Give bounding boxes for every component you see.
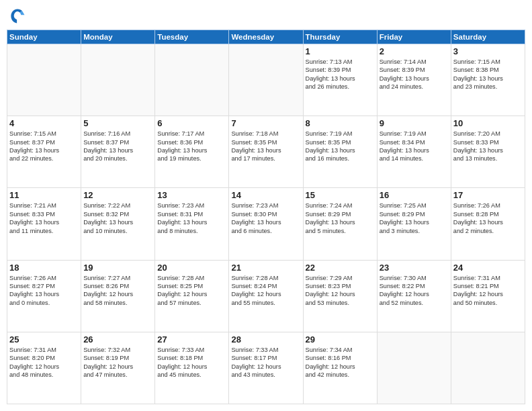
day-info: Sunrise: 7:26 AMSunset: 8:27 PMDaylight:… [9, 274, 79, 308]
day-of-week-header: Friday [377, 30, 451, 44]
day-info: Sunrise: 7:15 AMSunset: 8:38 PMDaylight:… [453, 58, 523, 91]
calendar-cell: 6Sunrise: 7:17 AMSunset: 8:36 PMDaylight… [155, 116, 229, 188]
calendar-cell: 18Sunrise: 7:26 AMSunset: 8:27 PMDayligh… [7, 260, 81, 332]
day-number: 23 [380, 263, 449, 273]
calendar-cell: 13Sunrise: 7:23 AMSunset: 8:31 PMDayligh… [155, 188, 229, 260]
day-number: 9 [380, 118, 449, 128]
day-number: 17 [453, 190, 523, 200]
day-number: 4 [9, 118, 79, 128]
day-number: 27 [157, 334, 226, 345]
page: SundayMondayTuesdayWednesdayThursdayFrid… [0, 0, 532, 411]
calendar-cell: 11Sunrise: 7:21 AMSunset: 8:33 PMDayligh… [7, 188, 81, 260]
day-info: Sunrise: 7:34 AMSunset: 8:16 PMDaylight:… [306, 346, 375, 379]
day-number: 24 [453, 263, 523, 273]
calendar-week-row: 25Sunrise: 7:31 AMSunset: 8:20 PMDayligh… [7, 332, 525, 404]
calendar-cell: 20Sunrise: 7:28 AMSunset: 8:25 PMDayligh… [155, 260, 229, 332]
day-number: 8 [306, 118, 375, 128]
day-info: Sunrise: 7:19 AMSunset: 8:34 PMDaylight:… [380, 130, 449, 163]
day-number: 14 [231, 190, 300, 200]
calendar-cell: 19Sunrise: 7:27 AMSunset: 8:26 PMDayligh… [81, 260, 155, 332]
day-number: 29 [306, 334, 375, 345]
day-info: Sunrise: 7:26 AMSunset: 8:28 PMDaylight:… [453, 201, 523, 235]
calendar-cell: 17Sunrise: 7:26 AMSunset: 8:28 PMDayligh… [451, 188, 525, 260]
day-info: Sunrise: 7:17 AMSunset: 8:36 PMDaylight:… [157, 130, 226, 163]
day-info: Sunrise: 7:20 AMSunset: 8:33 PMDaylight:… [453, 130, 523, 163]
calendar-table: SundayMondayTuesdayWednesdayThursdayFrid… [7, 30, 525, 404]
day-info: Sunrise: 7:22 AMSunset: 8:32 PMDaylight:… [83, 201, 152, 235]
calendar-week-row: 1Sunrise: 7:13 AMSunset: 8:39 PMDaylight… [7, 44, 525, 116]
day-of-week-header: Saturday [451, 30, 525, 44]
calendar-cell: 2Sunrise: 7:14 AMSunset: 8:39 PMDaylight… [377, 44, 451, 116]
calendar-cell: 12Sunrise: 7:22 AMSunset: 8:32 PMDayligh… [81, 188, 155, 260]
day-info: Sunrise: 7:28 AMSunset: 8:25 PMDaylight:… [157, 274, 226, 308]
calendar-cell: 15Sunrise: 7:24 AMSunset: 8:29 PMDayligh… [303, 188, 377, 260]
calendar-cell [155, 44, 229, 116]
day-number: 3 [453, 46, 523, 56]
calendar-cell [451, 332, 525, 404]
calendar-cell: 25Sunrise: 7:31 AMSunset: 8:20 PMDayligh… [7, 332, 81, 404]
day-info: Sunrise: 7:32 AMSunset: 8:19 PMDaylight:… [83, 346, 152, 379]
day-number: 18 [9, 263, 79, 273]
day-number: 11 [9, 190, 79, 200]
logo-icon [8, 7, 27, 26]
day-info: Sunrise: 7:15 AMSunset: 8:37 PMDaylight:… [9, 130, 79, 163]
calendar-week-row: 4Sunrise: 7:15 AMSunset: 8:37 PMDaylight… [7, 116, 525, 188]
calendar-cell: 7Sunrise: 7:18 AMSunset: 8:35 PMDaylight… [229, 116, 303, 188]
day-number: 21 [231, 263, 300, 273]
day-number: 16 [380, 190, 449, 200]
day-of-week-header: Thursday [303, 30, 377, 44]
day-of-week-header: Wednesday [229, 30, 303, 44]
day-info: Sunrise: 7:31 AMSunset: 8:21 PMDaylight:… [453, 274, 523, 308]
day-of-week-header: Sunday [7, 30, 81, 44]
calendar-cell [229, 44, 303, 116]
calendar-cell: 22Sunrise: 7:29 AMSunset: 8:23 PMDayligh… [303, 260, 377, 332]
calendar-cell: 23Sunrise: 7:30 AMSunset: 8:22 PMDayligh… [377, 260, 451, 332]
day-number: 20 [157, 263, 226, 273]
calendar-week-row: 11Sunrise: 7:21 AMSunset: 8:33 PMDayligh… [7, 188, 525, 260]
day-number: 15 [306, 190, 375, 200]
day-number: 19 [83, 263, 152, 273]
calendar-header-row: SundayMondayTuesdayWednesdayThursdayFrid… [7, 30, 525, 44]
calendar-cell: 29Sunrise: 7:34 AMSunset: 8:16 PMDayligh… [303, 332, 377, 404]
calendar-cell: 5Sunrise: 7:16 AMSunset: 8:37 PMDaylight… [81, 116, 155, 188]
day-number: 2 [380, 46, 449, 56]
calendar-cell: 21Sunrise: 7:28 AMSunset: 8:24 PMDayligh… [229, 260, 303, 332]
calendar-cell: 26Sunrise: 7:32 AMSunset: 8:19 PMDayligh… [81, 332, 155, 404]
calendar-cell: 24Sunrise: 7:31 AMSunset: 8:21 PMDayligh… [451, 260, 525, 332]
day-info: Sunrise: 7:19 AMSunset: 8:35 PMDaylight:… [306, 130, 375, 163]
day-info: Sunrise: 7:27 AMSunset: 8:26 PMDaylight:… [83, 274, 152, 308]
calendar-cell: 9Sunrise: 7:19 AMSunset: 8:34 PMDaylight… [377, 116, 451, 188]
calendar-cell: 16Sunrise: 7:25 AMSunset: 8:29 PMDayligh… [377, 188, 451, 260]
calendar-cell [7, 44, 81, 116]
day-info: Sunrise: 7:23 AMSunset: 8:30 PMDaylight:… [231, 201, 300, 235]
day-number: 10 [453, 118, 523, 128]
day-info: Sunrise: 7:33 AMSunset: 8:17 PMDaylight:… [231, 346, 300, 379]
calendar-cell [81, 44, 155, 116]
calendar-cell: 4Sunrise: 7:15 AMSunset: 8:37 PMDaylight… [7, 116, 81, 188]
day-info: Sunrise: 7:16 AMSunset: 8:37 PMDaylight:… [83, 130, 152, 163]
day-of-week-header: Tuesday [155, 30, 229, 44]
day-info: Sunrise: 7:28 AMSunset: 8:24 PMDaylight:… [231, 274, 300, 308]
day-number: 5 [83, 118, 152, 128]
day-number: 13 [157, 190, 226, 200]
calendar-cell [377, 332, 451, 404]
day-number: 26 [83, 334, 152, 345]
calendar-cell: 10Sunrise: 7:20 AMSunset: 8:33 PMDayligh… [451, 116, 525, 188]
day-info: Sunrise: 7:24 AMSunset: 8:29 PMDaylight:… [306, 201, 375, 235]
day-info: Sunrise: 7:18 AMSunset: 8:35 PMDaylight:… [231, 130, 300, 163]
day-number: 12 [83, 190, 152, 200]
day-info: Sunrise: 7:21 AMSunset: 8:33 PMDaylight:… [9, 201, 79, 235]
day-info: Sunrise: 7:33 AMSunset: 8:18 PMDaylight:… [157, 346, 226, 379]
day-number: 7 [231, 118, 300, 128]
logo [7, 7, 27, 26]
day-info: Sunrise: 7:13 AMSunset: 8:39 PMDaylight:… [306, 58, 375, 91]
day-info: Sunrise: 7:25 AMSunset: 8:29 PMDaylight:… [380, 201, 449, 235]
day-number: 22 [306, 263, 375, 273]
day-info: Sunrise: 7:29 AMSunset: 8:23 PMDaylight:… [306, 274, 375, 308]
day-number: 25 [9, 334, 79, 345]
day-info: Sunrise: 7:23 AMSunset: 8:31 PMDaylight:… [157, 201, 226, 235]
calendar-header: SundayMondayTuesdayWednesdayThursdayFrid… [7, 30, 525, 44]
calendar-body: 1Sunrise: 7:13 AMSunset: 8:39 PMDaylight… [7, 44, 525, 404]
calendar-cell: 14Sunrise: 7:23 AMSunset: 8:30 PMDayligh… [229, 188, 303, 260]
calendar-cell: 3Sunrise: 7:15 AMSunset: 8:38 PMDaylight… [451, 44, 525, 116]
